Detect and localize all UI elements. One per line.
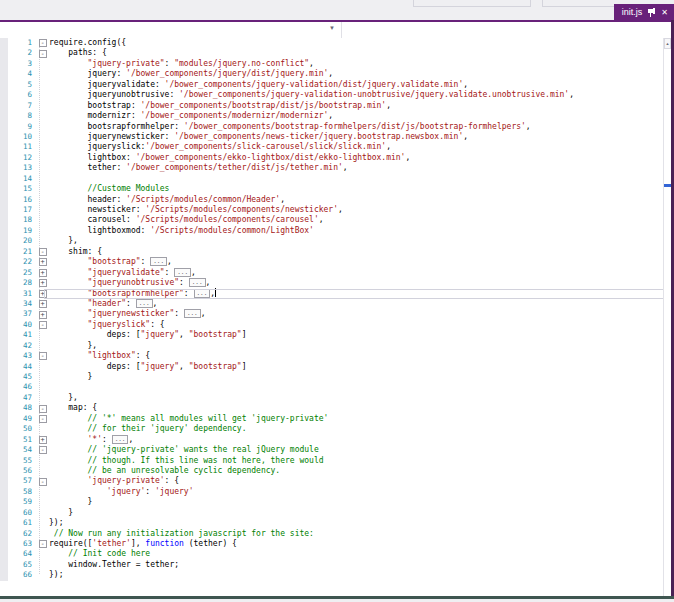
code-line[interactable]: 64 // Init code here <box>0 549 671 559</box>
indicator-margin[interactable] <box>0 205 8 215</box>
collapsed-region-box[interactable]: ... <box>136 299 153 308</box>
code-line[interactable]: 40- "jqueryslick": { <box>0 320 671 330</box>
indicator-margin[interactable] <box>0 163 8 173</box>
fold-collapse-icon[interactable]: - <box>39 248 47 256</box>
indicator-margin[interactable] <box>0 122 8 132</box>
indicator-margin[interactable] <box>0 456 8 466</box>
fold-expand-icon[interactable]: + <box>39 436 47 444</box>
code-line[interactable]: 19 lightboxmod: '/Scripts/modules/common… <box>0 226 671 236</box>
member-dropdown[interactable] <box>342 22 674 38</box>
indicator-margin[interactable] <box>0 508 8 518</box>
code-line[interactable]: 50 // for their 'jquery' dependency. <box>0 424 671 434</box>
indicator-margin[interactable] <box>0 330 8 340</box>
code-line[interactable]: 51+ '*': ..., <box>0 435 671 445</box>
fold-collapse-icon[interactable]: - <box>39 50 47 58</box>
indicator-margin[interactable] <box>0 69 8 79</box>
tab-init-js[interactable]: init.js ✕ <box>614 4 674 20</box>
collapsed-region-box[interactable]: ... <box>184 309 201 318</box>
code-editor[interactable]: 1-require.config({2- paths: {3 "jquery-p… <box>0 38 671 596</box>
code-line[interactable]: 18 carousel: '/Scripts/modules/component… <box>0 215 671 225</box>
code-line[interactable]: 31+ "bootsrapformhelper": ..., <box>0 289 671 299</box>
collapsed-region-box[interactable]: ... <box>174 268 191 277</box>
indicator-margin[interactable] <box>0 38 8 48</box>
code-line[interactable]: 37+ "jquerynewsticker": ..., <box>0 309 671 319</box>
code-line[interactable]: 2- paths: { <box>0 48 671 58</box>
fold-expand-icon[interactable]: + <box>39 279 47 287</box>
vertical-scrollbar[interactable]: ▲ <box>663 38 671 596</box>
indicator-margin[interactable] <box>0 184 8 194</box>
code-line[interactable]: 7 bootstrap: '/bower_components/bootstra… <box>0 101 671 111</box>
code-line[interactable]: 3 "jquery-private": "modules/jquery.no-c… <box>0 59 671 69</box>
indicator-margin[interactable] <box>0 403 8 413</box>
fold-collapse-icon[interactable]: - <box>39 415 47 423</box>
code-line[interactable]: 43- "lightbox": { <box>0 351 671 361</box>
fold-expand-icon[interactable]: + <box>39 290 47 298</box>
indicator-margin[interactable] <box>0 320 8 330</box>
indicator-margin[interactable] <box>0 111 8 121</box>
indicator-margin[interactable] <box>0 529 8 539</box>
indicator-margin[interactable] <box>0 497 8 507</box>
indicator-margin[interactable] <box>0 278 8 288</box>
collapsed-region-box[interactable]: ... <box>194 289 211 298</box>
fold-expand-icon[interactable]: + <box>39 269 47 277</box>
indicator-margin[interactable] <box>0 153 8 163</box>
code-line[interactable]: 11 jqueryslick:'/bower_components/slick-… <box>0 142 671 152</box>
code-line[interactable]: 42 }, <box>0 341 671 351</box>
indicator-margin[interactable] <box>0 382 8 392</box>
type-dropdown[interactable]: ▼ <box>0 22 342 38</box>
code-line[interactable]: 54- // 'jquery-private' wants the real j… <box>0 445 671 455</box>
indicator-margin[interactable] <box>0 414 8 424</box>
fold-collapse-icon[interactable]: - <box>39 321 47 329</box>
code-line[interactable]: 60 } <box>0 508 671 518</box>
code-line[interactable]: 47 }, <box>0 393 671 403</box>
code-line[interactable]: 25+ "jqueryvalidate": ..., <box>0 268 671 278</box>
indicator-margin[interactable] <box>0 90 8 100</box>
indicator-margin[interactable] <box>0 539 8 549</box>
code-line[interactable]: 16 header: '/Scripts/modules/common/Head… <box>0 195 671 205</box>
indicator-margin[interactable] <box>0 518 8 528</box>
indicator-margin[interactable] <box>0 195 8 205</box>
fold-expand-icon[interactable]: + <box>39 258 47 266</box>
code-line[interactable]: 58 'jquery': 'jquery' <box>0 487 671 497</box>
code-line[interactable]: 9 bootsrapformhelper: '/bower_components… <box>0 122 671 132</box>
code-line[interactable]: 56 // be an unresolvable cyclic dependen… <box>0 466 671 476</box>
indicator-margin[interactable] <box>0 289 8 299</box>
indicator-margin[interactable] <box>0 476 8 486</box>
code-line[interactable]: 4 jquery: '/bower_components/jquery/dist… <box>0 69 671 79</box>
indicator-margin[interactable] <box>0 372 8 382</box>
indicator-margin[interactable] <box>0 132 8 142</box>
indicator-margin[interactable] <box>0 226 8 236</box>
code-line[interactable]: 20 }, <box>0 236 671 246</box>
code-line[interactable]: 22+ "bootstrap": ..., <box>0 257 671 267</box>
code-line[interactable]: 21- shim: { <box>0 247 671 257</box>
indicator-margin[interactable] <box>0 80 8 90</box>
indicator-margin[interactable] <box>0 341 8 351</box>
code-line[interactable]: 17 newsticker: '/Scripts/modules/compone… <box>0 205 671 215</box>
indicator-margin[interactable] <box>0 247 8 257</box>
fold-collapse-icon[interactable]: - <box>39 39 47 47</box>
code-line[interactable]: 61}); <box>0 518 671 528</box>
code-line[interactable]: 14 <box>0 174 671 184</box>
code-line[interactable]: 62 // Now run any initialization javascr… <box>0 529 671 539</box>
code-line[interactable]: 49- // '*' means all modules will get 'j… <box>0 414 671 424</box>
fold-collapse-icon[interactable]: - <box>39 478 47 486</box>
collapsed-region-box[interactable]: ... <box>150 257 167 266</box>
collapsed-region-box[interactable]: ... <box>189 278 206 287</box>
code-line[interactable]: 55 // though. If this line was not here,… <box>0 456 671 466</box>
scrollbar-up-arrow-icon[interactable]: ▲ <box>664 38 671 49</box>
indicator-margin[interactable] <box>0 466 8 476</box>
code-line[interactable]: 44 deps: ["jquery", "bootstrap"] <box>0 362 671 372</box>
indicator-margin[interactable] <box>0 48 8 58</box>
code-line[interactable]: 45 } <box>0 372 671 382</box>
indicator-margin[interactable] <box>0 445 8 455</box>
code-line[interactable]: 34+ "header": ..., <box>0 299 671 309</box>
indicator-margin[interactable] <box>0 424 8 434</box>
code-line[interactable]: 13 tether: '/bower_components/tether/dis… <box>0 163 671 173</box>
indicator-margin[interactable] <box>0 351 8 361</box>
fold-collapse-icon[interactable]: - <box>39 540 47 548</box>
fold-collapse-icon[interactable]: - <box>39 405 47 413</box>
indicator-margin[interactable] <box>0 362 8 372</box>
indicator-margin[interactable] <box>0 487 8 497</box>
toolbar-remnant-control[interactable] <box>413 0 531 7</box>
indicator-margin[interactable] <box>0 435 8 445</box>
